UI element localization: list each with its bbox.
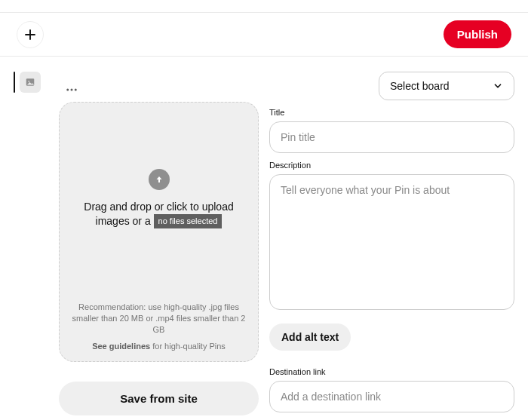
add-button[interactable]: [17, 21, 44, 48]
upload-column: Drag and drop or click to upload images …: [59, 72, 259, 415]
header-bar: Publish: [0, 13, 528, 57]
description-label: Description: [269, 161, 514, 170]
draft-thumbnail-indicator[interactable]: [14, 72, 41, 93]
description-group: Description: [269, 161, 514, 310]
form-column: Select board Title Description Add alt t…: [269, 72, 514, 415]
top-divider: [0, 0, 528, 13]
active-indicator: [14, 72, 15, 93]
svg-point-3: [28, 81, 29, 82]
chevron-down-icon: [493, 81, 503, 91]
file-selection-chip: no files selected: [154, 214, 223, 229]
guidelines-link[interactable]: See guidelines: [92, 342, 150, 351]
dropzone-instruction: Drag and drop or click to upload images …: [84, 201, 235, 228]
left-rail: [14, 72, 48, 415]
title-group: Title: [269, 108, 514, 153]
svg-point-4: [66, 89, 69, 91]
title-label: Title: [269, 108, 514, 117]
upload-dropzone[interactable]: Drag and drop or click to upload images …: [59, 102, 259, 362]
plus-icon: [23, 28, 37, 41]
upload-icon-circle: [149, 169, 170, 190]
svg-point-6: [75, 89, 77, 91]
image-icon: [25, 77, 35, 87]
add-alt-text-button[interactable]: Add alt text: [269, 323, 351, 351]
save-from-site-button[interactable]: Save from site: [59, 382, 259, 415]
destination-label: Destination link: [269, 367, 514, 376]
title-input[interactable]: [269, 121, 514, 153]
main-content: Drag and drop or click to upload images …: [0, 57, 528, 415]
description-textarea[interactable]: [269, 174, 514, 310]
destination-group: Destination link: [269, 367, 514, 412]
dots-horizontal-icon: [65, 83, 78, 97]
more-options-button[interactable]: [61, 79, 82, 100]
guidelines-suffix: for high-quality Pins: [150, 342, 226, 351]
guidelines-text: See guidelines for high-quality Pins: [72, 342, 246, 351]
board-select-dropdown[interactable]: Select board: [379, 72, 514, 100]
upload-recommendation-text: Recommendation: use high-quality .jpg fi…: [72, 302, 246, 336]
svg-point-5: [71, 89, 73, 91]
destination-input[interactable]: [269, 381, 514, 412]
board-select-label: Select board: [390, 80, 450, 92]
image-thumbnail-icon: [20, 72, 41, 93]
publish-button[interactable]: Publish: [444, 20, 511, 48]
upload-arrow-icon: [155, 175, 164, 184]
